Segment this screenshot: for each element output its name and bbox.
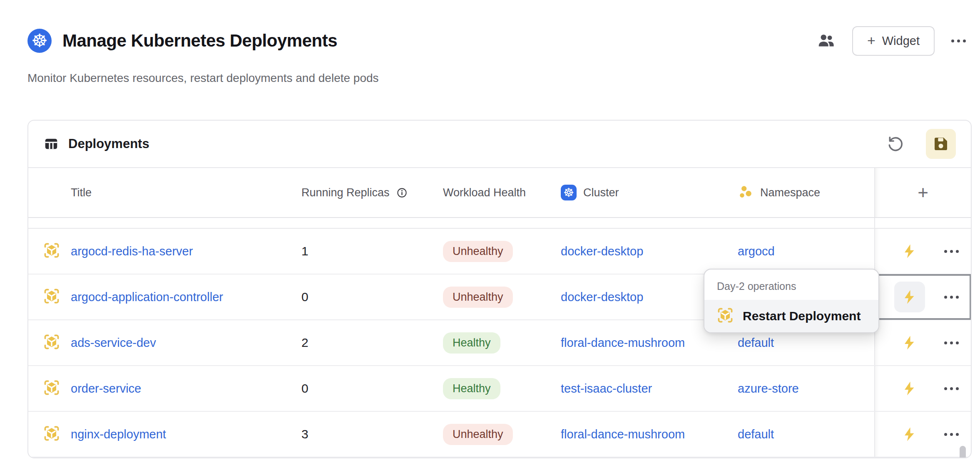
row-more-menu-button[interactable] (944, 296, 959, 299)
ellipsis-icon (944, 433, 947, 436)
row-more-menu-button[interactable] (944, 433, 959, 436)
lightning-icon (902, 335, 917, 350)
row-more-menu-button[interactable] (944, 387, 959, 390)
deployment-icon (42, 241, 61, 260)
row-actions-cell (874, 275, 971, 319)
column-header-title[interactable]: Title (28, 168, 301, 217)
namespace-dots-icon (738, 185, 754, 200)
cluster-blueprint-icon: ☸ (561, 185, 577, 200)
cluster-link[interactable]: docker-desktop (561, 290, 643, 304)
deployment-icon-slot (42, 378, 61, 398)
lightning-icon (902, 244, 917, 259)
table-icon (43, 136, 59, 152)
undo-icon (887, 135, 904, 153)
deployments-widget-card: Deployments Title Running Replicas (27, 120, 972, 458)
page-more-menu-button[interactable] (951, 40, 966, 42)
plus-icon: + (918, 182, 928, 203)
running-replicas-value: 3 (301, 427, 308, 441)
deployment-icon (42, 287, 61, 305)
row-actions-context-menu: Day-2 operations Restart Deployment (704, 269, 879, 333)
table-row: nginx-deployment 3 Unhealthy floral-danc… (28, 412, 971, 458)
save-table-button[interactable] (926, 129, 956, 159)
cluster-link[interactable]: floral-dance-mushroom (561, 428, 685, 441)
namespace-link[interactable]: default (738, 428, 774, 441)
ellipsis-icon (944, 250, 947, 253)
share-users-button[interactable] (816, 31, 836, 50)
page-header: ☸ Manage Kubernetes Deployments + Widget… (0, 0, 980, 85)
deployment-title-link[interactable]: nginx-deployment (71, 428, 166, 441)
vertical-scrollbar-thumb[interactable] (960, 446, 966, 458)
ellipsis-icon (951, 40, 954, 42)
page-title: Manage Kubernetes Deployments (62, 31, 337, 51)
deployment-title-link[interactable]: order-service (71, 382, 141, 396)
deployment-title-link[interactable]: argocd-application-controller (71, 290, 223, 304)
save-icon (933, 136, 949, 152)
deployment-title-link[interactable]: ads-service-dev (71, 336, 156, 350)
workload-health-badge: Healthy (443, 378, 500, 399)
plus-icon: + (867, 35, 876, 46)
deployment-icon (716, 306, 734, 324)
column-header-namespace[interactable]: Namespace (738, 168, 874, 217)
row-actions-cell (874, 229, 971, 274)
table-header-row: Title Running Replicas Workload Health ☸… (28, 168, 971, 218)
deployment-icon (42, 333, 61, 351)
row-more-menu-button[interactable] (944, 250, 959, 253)
scrolled-row-sliver (28, 218, 971, 229)
column-header-replicas[interactable]: Running Replicas (301, 168, 443, 217)
ellipsis-icon (944, 296, 947, 299)
reset-table-button[interactable] (887, 135, 904, 153)
deployment-icon (42, 424, 61, 443)
row-more-menu-button[interactable] (944, 341, 959, 344)
card-title: Deployments (68, 136, 149, 151)
row-actions-cell (874, 412, 971, 457)
row-actions-lightning-button[interactable] (894, 419, 925, 450)
context-menu-item-label: Restart Deployment (743, 309, 861, 323)
deployment-icon-slot (42, 241, 61, 261)
lightning-icon (902, 381, 917, 396)
column-header-cluster[interactable]: ☸ Cluster (561, 168, 738, 217)
workload-health-badge: Unhealthy (443, 241, 513, 262)
column-header-health[interactable]: Workload Health (443, 168, 561, 217)
namespace-link[interactable]: argocd (738, 245, 775, 258)
running-replicas-value: 0 (301, 290, 308, 304)
row-actions-lightning-button[interactable] (894, 236, 925, 267)
workload-health-badge: Unhealthy (443, 287, 513, 308)
workload-health-badge: Healthy (443, 332, 500, 354)
context-menu-section-label: Day-2 operations (704, 270, 878, 300)
add-widget-label: Widget (882, 34, 920, 48)
page-subtitle: Monitor Kubernetes resources, restart de… (27, 72, 966, 85)
namespace-link[interactable]: default (738, 336, 774, 350)
cluster-link[interactable]: floral-dance-mushroom (561, 336, 685, 350)
context-menu-item-restart-deployment[interactable]: Restart Deployment (704, 300, 878, 332)
row-actions-lightning-button[interactable] (894, 327, 925, 358)
row-actions-lightning-button[interactable] (894, 373, 925, 404)
table-row: order-service 0 Healthy test-isaac-clust… (28, 366, 971, 412)
deployment-icon-slot (42, 424, 61, 444)
kubernetes-logo-icon: ☸ (27, 29, 52, 53)
deployment-icon-slot (42, 287, 61, 307)
running-replicas-value: 1 (301, 244, 308, 258)
deployment-icon (42, 378, 61, 397)
users-icon (816, 31, 836, 50)
deployment-icon-slot (716, 306, 734, 326)
card-header: Deployments (28, 121, 971, 168)
table-row: argocd-redis-ha-server 1 Unhealthy docke… (28, 229, 971, 275)
row-actions-lightning-button[interactable] (894, 282, 925, 312)
namespace-link[interactable]: azure-store (738, 382, 799, 396)
add-widget-button[interactable]: + Widget (852, 26, 935, 56)
row-actions-cell (874, 366, 971, 411)
workload-health-badge: Unhealthy (443, 424, 513, 445)
deployment-title-link[interactable]: argocd-redis-ha-server (71, 245, 193, 258)
lightning-icon (902, 427, 917, 442)
info-icon (396, 187, 408, 198)
lightning-icon (902, 289, 917, 304)
running-replicas-value: 2 (301, 336, 308, 350)
ellipsis-icon (944, 341, 947, 344)
add-column-button[interactable]: + (874, 168, 971, 217)
ellipsis-icon (944, 387, 947, 390)
running-replicas-value: 0 (301, 381, 308, 396)
cluster-link[interactable]: test-isaac-cluster (561, 382, 652, 396)
context-menu-items: Restart Deployment (704, 300, 878, 332)
cluster-link[interactable]: docker-desktop (561, 245, 643, 258)
table-body: argocd-redis-ha-server 1 Unhealthy docke… (28, 229, 971, 458)
